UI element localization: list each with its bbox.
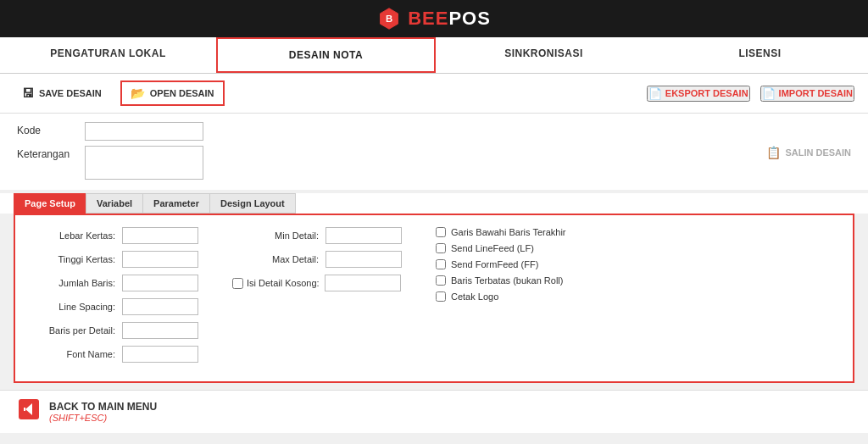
- baris-per-detail-input[interactable]: [122, 322, 198, 339]
- lebar-kertas-input[interactable]: [122, 227, 198, 244]
- form-area: Kode Keterangan 📋 SALIN DESAIN: [0, 114, 868, 190]
- kode-input[interactable]: [85, 122, 203, 141]
- right-column: Garis Bawahi Baris Terakhir Send LineFee…: [436, 227, 839, 369]
- import-icon: 📄: [762, 87, 776, 100]
- kode-label: Kode: [17, 122, 85, 136]
- cetak-logo-row: Cetak Logo: [436, 291, 839, 302]
- eksport-desain-button[interactable]: 📄 EKSPORT DESAIN: [647, 86, 750, 102]
- svg-rect-4: [24, 408, 25, 411]
- page-setup-panel: Lebar Kertas: Tinggi Kertas: Jumlah Bari…: [14, 214, 854, 383]
- line-spacing-label: Line Spacing:: [29, 302, 122, 312]
- min-detail-row: Min Detail:: [232, 227, 419, 244]
- keterangan-input[interactable]: [85, 146, 203, 180]
- back-sub-label: (SHIFT+ESC): [49, 413, 157, 423]
- max-detail-label: Max Detail:: [232, 254, 326, 264]
- font-name-label: Font Name:: [29, 349, 122, 359]
- logo-text: BEEPOS: [408, 8, 491, 30]
- sub-tab-page-setup[interactable]: Page Setup: [14, 193, 86, 214]
- baris-per-detail-row: Baris per Detail:: [29, 322, 215, 339]
- garis-bawahi-label: Garis Bawahi Baris Terakhir: [451, 227, 566, 237]
- cetak-logo-label: Cetak Logo: [451, 291, 498, 302]
- garis-bawahi-checkbox[interactable]: [436, 227, 446, 237]
- line-spacing-row: Line Spacing:: [29, 298, 215, 315]
- baris-per-detail-label: Baris per Detail:: [29, 325, 122, 336]
- lebar-kertas-row: Lebar Kertas:: [29, 227, 215, 244]
- tab-pengaturan-lokal[interactable]: PENGATURAN LOKAL: [0, 37, 216, 73]
- baris-terbatas-row: Baris Terbatas (bukan Roll): [436, 275, 839, 286]
- left-column: Lebar Kertas: Tinggi Kertas: Jumlah Bari…: [29, 227, 215, 369]
- baris-terbatas-label: Baris Terbatas (bukan Roll): [451, 275, 563, 286]
- back-main-label: BACK TO MAIN MENU: [49, 401, 157, 413]
- import-desain-button[interactable]: 📄 IMPORT DESAIN: [760, 86, 854, 102]
- sub-tab-design-layout[interactable]: Design Layout: [209, 193, 296, 214]
- content-inner: Lebar Kertas: Tinggi Kertas: Jumlah Bari…: [29, 227, 839, 369]
- send-formfeed-row: Send FormFeed (FF): [436, 259, 839, 269]
- max-detail-input[interactable]: [326, 251, 402, 268]
- tinggi-kertas-row: Tinggi Kertas:: [29, 251, 215, 268]
- send-linefeed-row: Send LineFeed (LF): [436, 243, 839, 253]
- tab-sinkronisasi[interactable]: SINKRONISASI: [436, 37, 652, 73]
- tab-lisensi[interactable]: LISENSI: [652, 37, 868, 73]
- back-arrow-icon: [17, 397, 41, 421]
- back-icon: [17, 397, 41, 426]
- tinggi-kertas-input[interactable]: [122, 251, 198, 268]
- kode-row: Kode: [17, 122, 851, 141]
- footer: BACK TO MAIN MENU (SHIFT+ESC): [0, 390, 868, 433]
- min-detail-label: Min Detail:: [232, 230, 326, 241]
- jumlah-baris-label: Jumlah Baris:: [29, 278, 122, 288]
- sub-tabs: Page Setup Variabel Parameter Design Lay…: [0, 193, 868, 214]
- tinggi-kertas-label: Tinggi Kertas:: [29, 254, 122, 264]
- salin-icon: 📋: [766, 146, 781, 159]
- cetak-logo-checkbox[interactable]: [436, 291, 446, 302]
- keterangan-label: Keterangan: [17, 146, 85, 160]
- svg-text:B: B: [386, 14, 392, 24]
- send-formfeed-label: Send FormFeed (FF): [451, 259, 538, 269]
- main-nav: PENGATURAN LOKAL DESAIN NOTA SINKRONISAS…: [0, 37, 868, 74]
- sub-tab-parameter[interactable]: Parameter: [142, 193, 210, 214]
- send-linefeed-checkbox[interactable]: [436, 243, 446, 253]
- sub-tab-variabel[interactable]: Variabel: [86, 193, 143, 214]
- app-logo: B BEEPOS: [377, 7, 491, 31]
- min-detail-input[interactable]: [326, 227, 402, 244]
- bee-icon: B: [377, 7, 401, 31]
- send-formfeed-checkbox[interactable]: [436, 259, 446, 269]
- save-desain-button[interactable]: 🖫 SAVE DESAIN: [14, 82, 110, 104]
- footer-text: BACK TO MAIN MENU (SHIFT+ESC): [49, 401, 157, 423]
- isi-detail-row: Isi Detail Kosong:: [232, 275, 419, 291]
- toolbar-right: 📄 EKSPORT DESAIN 📄 IMPORT DESAIN: [647, 86, 854, 102]
- max-detail-row: Max Detail:: [232, 251, 419, 268]
- send-linefeed-label: Send LineFeed (LF): [451, 243, 534, 253]
- isi-detail-label: Isi Detail Kosong:: [247, 278, 325, 288]
- lebar-kertas-label: Lebar Kertas:: [29, 230, 122, 241]
- jumlah-baris-row: Jumlah Baris:: [29, 275, 215, 291]
- garis-bawahi-row: Garis Bawahi Baris Terakhir: [436, 227, 839, 237]
- toolbar: 🖫 SAVE DESAIN 📂 OPEN DESAIN 📄 EKSPORT DE…: [0, 74, 868, 114]
- keterangan-row: Keterangan 📋 SALIN DESAIN: [17, 146, 851, 180]
- line-spacing-input[interactable]: [122, 298, 198, 315]
- save-icon: 🖫: [22, 86, 34, 100]
- mid-column: Min Detail: Max Detail: Isi Detail Koson…: [232, 227, 419, 369]
- font-name-row: Font Name:: [29, 346, 215, 363]
- open-icon: 📂: [131, 86, 145, 100]
- open-desain-button[interactable]: 📂 OPEN DESAIN: [120, 80, 225, 106]
- tab-desain-nota[interactable]: DESAIN NOTA: [216, 37, 436, 73]
- app-header: B BEEPOS: [0, 0, 868, 37]
- jumlah-baris-input[interactable]: [122, 275, 198, 291]
- isi-detail-checkbox[interactable]: [232, 278, 243, 289]
- baris-terbatas-checkbox[interactable]: [436, 275, 446, 286]
- eksport-icon: 📄: [648, 87, 662, 100]
- salin-desain-button[interactable]: 📋 SALIN DESAIN: [766, 146, 851, 159]
- isi-detail-input[interactable]: [325, 275, 401, 291]
- font-name-input[interactable]: [122, 346, 198, 363]
